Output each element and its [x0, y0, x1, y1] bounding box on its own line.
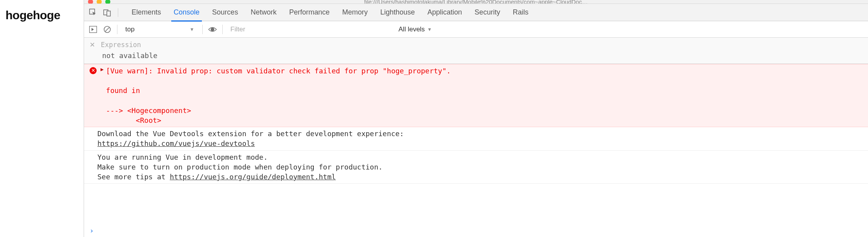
window-title-path: file:///Users/hashimototakuma/Library/Mo…: [364, 0, 588, 4]
tab-sources[interactable]: Sources: [206, 4, 244, 21]
console-toolbar: top All levels: [84, 21, 868, 38]
console-message-error: ✕▶[Vue warn]: Invalid prop: custom valid…: [84, 64, 868, 127]
log-levels-selector[interactable]: All levels: [399, 26, 432, 33]
toolbar-separator: [117, 25, 117, 34]
tab-application[interactable]: Application: [421, 4, 468, 21]
svg-point-6: [211, 27, 214, 31]
close-icon[interactable]: ✕: [90, 41, 95, 49]
message-body: Download the Vue Devtools extension for …: [97, 129, 863, 148]
console-sidebar-toggle-icon[interactable]: [89, 25, 97, 34]
tab-rails[interactable]: Rails: [506, 4, 535, 21]
execution-context-label: top: [125, 26, 135, 33]
console-prompt[interactable]: ›: [84, 224, 868, 237]
tab-elements[interactable]: Elements: [125, 4, 167, 21]
expand-icon[interactable]: ▶: [101, 66, 104, 73]
svg-rect-2: [107, 11, 110, 16]
chevron-right-icon: ›: [90, 226, 94, 235]
maximize-window-button[interactable]: [105, 0, 110, 4]
console-message-info: You are running Vue in development mode.…: [84, 151, 868, 184]
page-content: hogehoge: [0, 0, 84, 237]
live-expression-icon[interactable]: [208, 25, 217, 34]
minimize-window-button[interactable]: [97, 0, 102, 4]
log-levels-label: All levels: [399, 26, 425, 33]
clear-console-icon[interactable]: [103, 25, 112, 34]
close-window-button[interactable]: [88, 0, 93, 4]
message-link[interactable]: https://github.com/vuejs/vue-devtools: [97, 139, 255, 148]
tab-performance[interactable]: Performance: [283, 4, 336, 21]
toolbar-separator: [202, 25, 203, 34]
filter-input[interactable]: [228, 24, 393, 35]
message-link[interactable]: https://vuejs.org/guide/deployment.html: [170, 173, 336, 181]
tab-security[interactable]: Security: [468, 4, 506, 21]
devtools-panel: file:///Users/hashimototakuma/Library/Mo…: [84, 0, 868, 237]
tab-console[interactable]: Console: [167, 4, 206, 21]
devtools-tab-bar: ElementsConsoleSourcesNetworkPerformance…: [84, 4, 868, 21]
toolbar-separator: [222, 25, 223, 34]
error-icon: ✕: [90, 67, 97, 74]
tab-network[interactable]: Network: [244, 4, 283, 21]
window-title-bar: file:///Users/hashimototakuma/Library/Mo…: [84, 0, 868, 4]
tabs-container: ElementsConsoleSourcesNetworkPerformance…: [125, 4, 535, 21]
inspect-element-icon[interactable]: [89, 8, 97, 17]
message-body: [Vue warn]: Invalid prop: custom validat…: [106, 66, 863, 125]
device-toolbar-icon[interactable]: [103, 8, 112, 17]
expression-placeholder[interactable]: Expression: [101, 41, 141, 49]
execution-context-selector[interactable]: top: [123, 26, 197, 33]
tab-lighthouse[interactable]: Lighthouse: [374, 4, 421, 21]
console-message-info: Download the Vue Devtools extension for …: [84, 127, 868, 150]
page-title: hogehoge: [5, 9, 84, 22]
live-expression-bar: ✕ Expression not available: [84, 38, 868, 64]
console-messages: ✕▶[Vue warn]: Invalid prop: custom valid…: [84, 64, 868, 224]
message-body: You are running Vue in development mode.…: [97, 152, 863, 182]
svg-line-5: [105, 27, 109, 31]
tab-memory[interactable]: Memory: [336, 4, 374, 21]
expression-value: not available: [90, 49, 863, 60]
